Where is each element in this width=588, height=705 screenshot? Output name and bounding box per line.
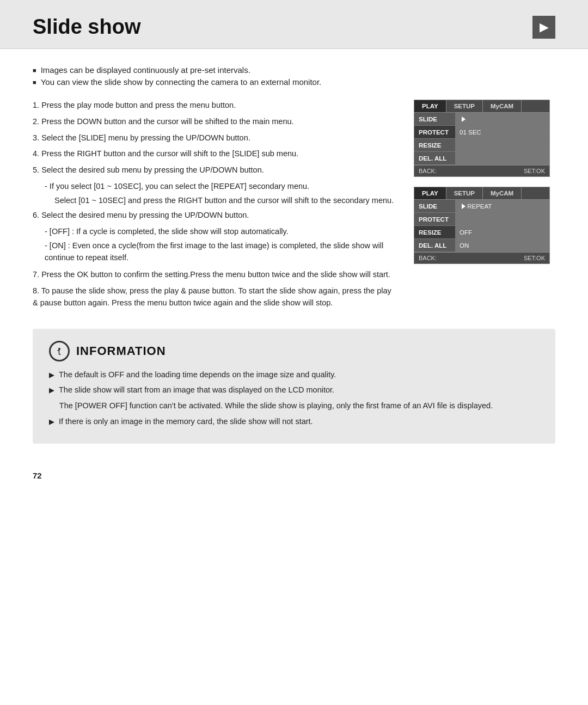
step-6: 6. Select the desired menu by pressing t… xyxy=(33,210,397,222)
steps-col: 1. Press the play mode button and press … xyxy=(33,100,397,314)
cam-menu-2-row-resize: RESIZE OFF xyxy=(414,226,549,239)
arrow-icon-2: ▶ xyxy=(49,385,54,396)
steps-screenshots: 1. Press the play mode button and press … xyxy=(33,100,555,314)
cam-menu-1-tab-play: PLAY xyxy=(414,100,446,112)
info-item-3: The [POWER OFF] function can't be activa… xyxy=(49,400,539,412)
info-box: INFORMATION ▶ The default is OFF and the… xyxy=(33,329,555,444)
cam-menu-2-tab-mycam: MyCAM xyxy=(483,187,522,199)
cam-menu-2-footer: BACK: SET:OK xyxy=(414,252,549,263)
cam-menu-1-row-protect: PROTECT 01 SEC xyxy=(414,126,549,139)
step-1: 1. Press the play mode button and press … xyxy=(33,100,397,112)
cam-menu-2-row-delall: DEL. ALL ON xyxy=(414,239,549,252)
cam-menu-2-header: PLAY SETUP MyCAM xyxy=(414,187,549,200)
info-icon xyxy=(49,341,70,361)
cam-menu-1-row-resize: RESIZE xyxy=(414,139,549,152)
sub-step-6-2: - [ON] : Even once a cycle(from the firs… xyxy=(45,240,397,264)
sub-step-5-2: Select [01 ~ 10SEC] and press the RIGHT … xyxy=(54,195,397,207)
intro-item-2: You can view the slide show by connectin… xyxy=(33,77,555,87)
sub-step-5-1: - If you select [01 ~ 10SEC], you can se… xyxy=(45,181,397,193)
cam-menu-2-tab-setup: SETUP xyxy=(446,187,483,199)
page-number: 72 xyxy=(0,460,588,491)
info-item-2: ▶ The slide show will start from an imag… xyxy=(49,384,539,396)
cam-menu-1-header: PLAY SETUP MyCAM xyxy=(414,100,549,113)
step-8: 8. To pause the slide show, press the pl… xyxy=(33,285,397,309)
intro-list: Images can be displayed continuously at … xyxy=(33,65,555,87)
cam-menu-1-tab-setup: SETUP xyxy=(446,100,483,112)
info-header: INFORMATION xyxy=(49,341,539,361)
arrow-icon-4: ▶ xyxy=(49,416,54,427)
step-7: 7. Press the OK button to confirm the se… xyxy=(33,269,397,281)
arrow-icon-1: ▶ xyxy=(49,370,54,381)
cam-menu-2-row-slide: SLIDE REPEAT xyxy=(414,200,549,213)
play-icon-box: ▶ xyxy=(532,16,555,39)
intro-item-1: Images can be displayed continuously at … xyxy=(33,65,555,75)
main-content: Images can be displayed continuously at … xyxy=(0,49,588,460)
step-3: 3. Select the [SLIDE] menu by pressing t… xyxy=(33,132,397,144)
cam-menu-2-row-protect: PROTECT xyxy=(414,213,549,226)
step-4: 4. Press the RIGHT button and the cursor… xyxy=(33,148,397,160)
screenshots-col: PLAY SETUP MyCAM SLIDE PROTECT 01 SEC RE… xyxy=(414,100,555,264)
cam-menu-1-row-slide: SLIDE xyxy=(414,113,549,126)
cam-menu-2-tab-play: PLAY xyxy=(414,187,446,199)
step-5: 5. Select the desired sub menu by pressi… xyxy=(33,164,397,176)
cam-menu-1-row-delall: DEL. ALL xyxy=(414,152,549,165)
page-header: Slide show ▶ xyxy=(0,0,588,49)
cam-menu-1-tab-mycam: MyCAM xyxy=(483,100,522,112)
cam-menu-2: PLAY SETUP MyCAM SLIDE REPEAT PROTECT RE… xyxy=(414,187,550,264)
svg-point-0 xyxy=(58,347,60,350)
step-2: 2. Press the DOWN button and the cursor … xyxy=(33,116,397,128)
cam-menu-1-footer: BACK: SET:OK xyxy=(414,165,549,176)
page-title: Slide show xyxy=(33,15,140,39)
play-icon: ▶ xyxy=(540,21,549,33)
cam-menu-1: PLAY SETUP MyCAM SLIDE PROTECT 01 SEC RE… xyxy=(414,100,550,177)
info-item-4: ▶ If there is only an image in the memor… xyxy=(49,416,539,428)
info-item-1: ▶ The default is OFF and the loading tim… xyxy=(49,369,539,381)
sub-step-6-1: - [OFF] : If a cycle is completed, the s… xyxy=(45,226,397,238)
info-title: INFORMATION xyxy=(76,344,166,358)
